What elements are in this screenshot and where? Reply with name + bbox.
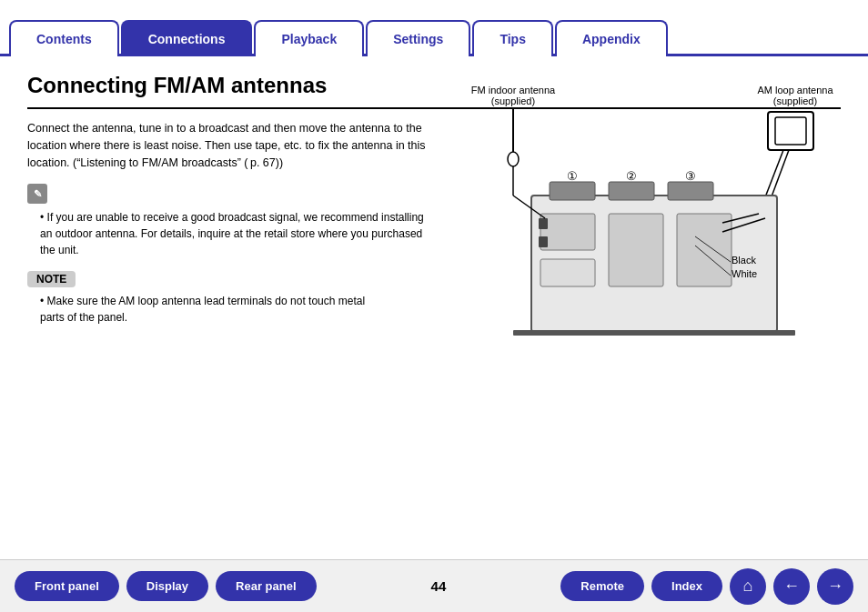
home-button[interactable]: ⌂ xyxy=(730,568,766,605)
tab-appendix[interactable]: Appendix xyxy=(555,20,668,56)
diagram-area: FM indoor antenna (supplied) AM loop ant… xyxy=(459,77,850,377)
svg-point-5 xyxy=(508,152,519,166)
svg-rect-21 xyxy=(539,218,548,229)
svg-rect-13 xyxy=(668,182,713,200)
svg-text:Black: Black xyxy=(732,255,756,266)
bottom-nav: Front panel Display Rear panel 44 Remote… xyxy=(0,559,868,612)
forward-icon: → xyxy=(827,577,843,596)
back-button[interactable]: ← xyxy=(773,568,810,605)
back-icon: ← xyxy=(783,577,800,596)
note-item-0: Make sure the AM loop antenna lead termi… xyxy=(40,293,391,326)
svg-rect-31 xyxy=(513,330,795,336)
tip-item-0: If you are unable to receive a good broa… xyxy=(40,209,428,258)
svg-text:AM loop antenna: AM loop antenna xyxy=(757,85,833,95)
svg-text:(supplied): (supplied) xyxy=(773,95,817,106)
remote-button[interactable]: Remote xyxy=(560,571,644,601)
svg-text:(supplied): (supplied) xyxy=(491,95,535,106)
svg-rect-12 xyxy=(609,182,654,200)
svg-rect-18 xyxy=(540,259,595,286)
tab-connections[interactable]: Connections xyxy=(121,20,253,56)
svg-rect-19 xyxy=(609,214,663,286)
antenna-diagram: FM indoor antenna (supplied) AM loop ant… xyxy=(459,77,850,377)
tab-playback[interactable]: Playback xyxy=(254,20,364,56)
forward-button[interactable]: → xyxy=(817,568,853,605)
display-button[interactable]: Display xyxy=(126,571,208,601)
note-badge: NOTE xyxy=(27,271,76,287)
svg-rect-20 xyxy=(677,214,732,286)
svg-text:White: White xyxy=(732,268,757,279)
page-number: 44 xyxy=(333,578,545,594)
svg-rect-22 xyxy=(539,236,548,247)
pencil-icon: ✎ xyxy=(27,184,47,204)
home-icon: ⌂ xyxy=(743,577,753,596)
tab-tips[interactable]: Tips xyxy=(472,20,553,56)
tab-settings[interactable]: Settings xyxy=(366,20,470,56)
front-panel-button[interactable]: Front panel xyxy=(15,571,119,601)
svg-text:②: ② xyxy=(626,169,637,183)
svg-text:③: ③ xyxy=(685,169,696,183)
svg-rect-17 xyxy=(540,214,595,250)
svg-text:FM indoor antenna: FM indoor antenna xyxy=(471,85,556,95)
note-content: Make sure the AM loop antenna lead termi… xyxy=(27,293,391,326)
rear-panel-button[interactable]: Rear panel xyxy=(216,571,316,601)
top-nav: Contents Connections Playback Settings T… xyxy=(0,0,868,56)
tip-text: If you are unable to receive a good broa… xyxy=(27,209,428,258)
tab-contents[interactable]: Contents xyxy=(9,20,119,56)
svg-rect-11 xyxy=(550,182,595,200)
index-button[interactable]: Index xyxy=(651,571,722,601)
svg-rect-7 xyxy=(775,117,806,145)
intro-text: Connect the antenna, tune in to a broadc… xyxy=(27,120,446,171)
svg-text:①: ① xyxy=(567,169,578,183)
